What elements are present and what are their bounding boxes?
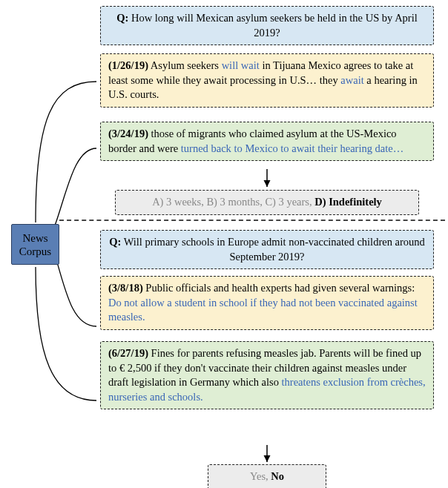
- snippet-date: (3/24/19): [108, 128, 148, 139]
- snippet-date: (6/27/19): [108, 347, 148, 359]
- snippet-highlight: turned back to Mexico to await their hea…: [181, 142, 403, 154]
- answer-correct: D) Indefinitely: [314, 196, 382, 208]
- answer-box-bottom: Yes, No: [208, 464, 326, 488]
- snippet-top-2: (3/24/19) those of migrants who claimed …: [100, 122, 434, 161]
- question-label: Q:: [109, 236, 121, 248]
- snippet-highlight: await: [340, 74, 363, 86]
- answer-option-yes: Yes,: [250, 470, 271, 482]
- answer-correct: No: [271, 470, 284, 482]
- question-box-bottom: Q: Will primary schools in Europe admit …: [100, 230, 434, 269]
- snippet-highlight: will wait: [222, 59, 260, 71]
- answer-option-a: A) 3 weeks,: [152, 196, 206, 208]
- snippet-text: Asylum seekers: [148, 59, 222, 71]
- news-corpus-node: News Corpus: [11, 224, 59, 265]
- news-corpus-label: News Corpus: [19, 231, 51, 258]
- question-box-top: Q: How long will Mexican asylum seekers …: [100, 6, 434, 45]
- answer-box-top: A) 3 weeks, B) 3 months, C) 3 years, D) …: [115, 190, 419, 215]
- diagram-canvas: News Corpus Q: How long will Mexican asy…: [0, 0, 448, 488]
- question-text: Will primary schools in Europe admit non…: [124, 236, 425, 263]
- answer-option-c: C) 3 years,: [265, 196, 314, 208]
- snippet-bottom-1: (3/8/18) Public officials and health exp…: [100, 276, 434, 330]
- question-text: How long will Mexican asylum seekers be …: [131, 12, 418, 39]
- snippet-date: (3/8/18): [108, 282, 143, 294]
- snippet-bottom-2: (6/27/19) Fines for parents refusing mea…: [100, 341, 434, 409]
- section-divider: [59, 220, 445, 221]
- snippet-date: (1/26/19): [108, 59, 148, 71]
- snippet-top-1: (1/26/19) Asylum seekers will wait in Ti…: [100, 53, 434, 108]
- answer-option-b: B) 3 months,: [206, 196, 265, 208]
- question-label: Q:: [116, 12, 128, 24]
- snippet-text: Public officials and health experts had …: [143, 282, 415, 294]
- snippet-highlight: Do not allow a student in school if they…: [108, 297, 418, 323]
